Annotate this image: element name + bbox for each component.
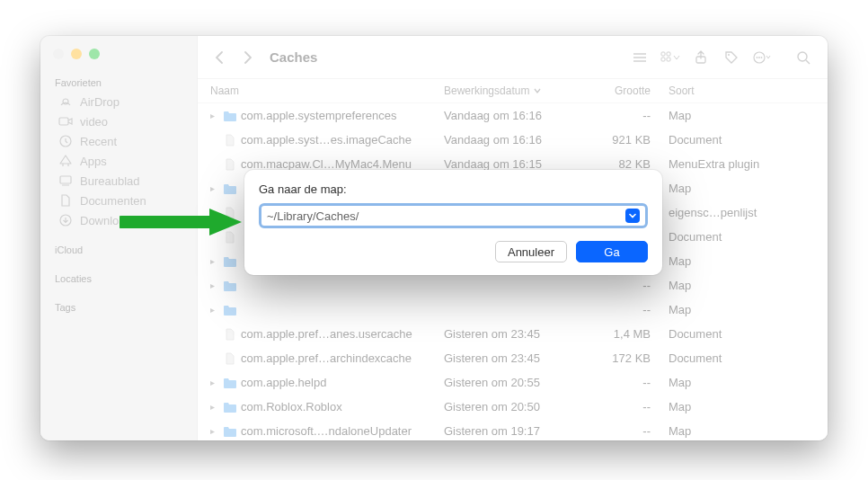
dropdown-toggle[interactable] <box>625 209 640 223</box>
back-button[interactable] <box>210 45 230 70</box>
sidebar: FavorietenAirDropvideoRecentAppsBureaubl… <box>40 36 198 440</box>
file-kind: Map <box>660 249 824 273</box>
file-kind: MenuExtra plugin <box>660 152 824 176</box>
cancel-button[interactable]: Annuleer <box>495 241 567 262</box>
svg-rect-13 <box>661 58 665 61</box>
file-icon <box>223 352 237 365</box>
file-row[interactable]: ▸--Map <box>198 273 828 298</box>
go-to-folder-dialog: Ga naar de map: Annuleer Ga <box>244 170 662 275</box>
disclosure-triangle-icon[interactable]: ▸ <box>210 280 219 290</box>
folder-icon <box>223 377 237 389</box>
folder-icon <box>223 401 237 413</box>
disclosure-triangle-icon[interactable]: ▸ <box>210 378 219 387</box>
folder-icon <box>223 425 237 438</box>
svg-rect-5 <box>60 176 71 183</box>
file-icon <box>223 231 237 244</box>
toolbar: Caches <box>198 36 828 79</box>
column-date[interactable]: Bewerkingsdatum <box>435 79 588 102</box>
view-options-button[interactable] <box>659 46 682 69</box>
file-row[interactable]: com.apple.syst…es.imageCacheVandaag om 1… <box>198 128 828 152</box>
dialog-buttons: Annuleer Ga <box>259 241 648 262</box>
svg-line-22 <box>806 60 810 64</box>
column-headers: Naam Bewerkingsdatum Grootte Soort <box>198 79 828 103</box>
svg-point-16 <box>728 54 730 56</box>
chevron-down-icon <box>628 211 637 220</box>
fullscreen-window-button[interactable] <box>89 49 100 59</box>
go-button[interactable]: Ga <box>576 241 648 262</box>
airdrop-icon <box>58 94 73 109</box>
sidebar-item[interactable]: AirDrop <box>40 92 197 111</box>
file-date: Gisteren om 23:45 <box>435 322 588 346</box>
view-list-button[interactable] <box>628 46 651 69</box>
video-icon <box>58 114 73 129</box>
sidebar-item-label: Recent <box>80 135 117 148</box>
tag-icon <box>724 50 739 65</box>
file-kind: Document <box>660 346 824 370</box>
file-name: com.microsoft.…ndaloneUpdater <box>241 424 412 438</box>
file-date: Vandaag om 16:16 <box>435 103 588 128</box>
file-kind: Map <box>660 273 824 298</box>
file-name: com.Roblox.Roblox <box>241 400 342 413</box>
file-size: -- <box>588 298 660 322</box>
file-date: Gisteren om 20:50 <box>435 395 588 419</box>
column-size[interactable]: Grootte <box>588 79 660 102</box>
sidebar-item[interactable]: video <box>40 111 197 131</box>
file-kind: Document <box>660 322 824 346</box>
sidebar-heading: Locaties <box>40 270 197 288</box>
file-size: 172 KB <box>588 346 660 370</box>
svg-rect-1 <box>59 118 68 125</box>
file-date: Gisteren om 19:17 <box>435 419 588 440</box>
search-button[interactable] <box>792 46 815 69</box>
file-icon <box>223 328 237 341</box>
disclosure-triangle-icon[interactable]: ▸ <box>210 402 219 412</box>
file-name: com.apple.pref…archindexcache <box>241 351 412 365</box>
sidebar-item[interactable]: Documenten <box>40 191 197 210</box>
tags-button[interactable] <box>720 46 743 69</box>
file-size: -- <box>588 419 660 440</box>
column-name[interactable]: Naam <box>201 79 435 102</box>
file-row[interactable]: com.apple.pref…archindexcacheGisteren om… <box>198 346 828 370</box>
actions-button[interactable] <box>750 46 774 69</box>
list-icon <box>632 51 648 64</box>
file-row[interactable]: ▸com.Roblox.RobloxGisteren om 20:50--Map <box>198 395 828 419</box>
file-kind: Map <box>660 395 824 419</box>
sidebar-item[interactable]: Bureaublad <box>40 171 197 191</box>
close-window-button[interactable] <box>53 49 64 59</box>
forward-button[interactable] <box>237 45 257 70</box>
file-row[interactable]: ▸com.microsoft.…ndaloneUpdaterGisteren o… <box>198 419 828 440</box>
svg-point-19 <box>758 57 760 58</box>
file-kind: Map <box>660 176 824 200</box>
file-name: com.apple.syst…es.imageCache <box>241 133 412 147</box>
disclosure-triangle-icon[interactable]: ▸ <box>210 183 219 193</box>
disclosure-triangle-icon[interactable]: ▸ <box>210 426 219 436</box>
column-kind[interactable]: Soort <box>660 79 824 102</box>
share-button[interactable] <box>689 46 713 69</box>
file-date: Gisteren om 20:55 <box>435 370 588 395</box>
path-input-wrapper[interactable] <box>259 203 648 228</box>
file-kind: Map <box>660 370 824 395</box>
folder-icon <box>223 110 237 122</box>
path-input[interactable] <box>267 209 625 223</box>
ellipsis-circle-icon <box>753 50 771 65</box>
sidebar-item[interactable]: Downloads <box>40 210 197 230</box>
file-size: 921 KB <box>588 128 660 152</box>
disclosure-triangle-icon[interactable]: ▸ <box>210 305 219 315</box>
file-row[interactable]: com.apple.pref…anes.usercacheGisteren om… <box>198 322 828 346</box>
file-row[interactable]: ▸com.apple.helpdGisteren om 20:55--Map <box>198 370 828 395</box>
file-kind: Document <box>660 225 824 249</box>
file-row[interactable]: ▸com.apple.systempreferencesVandaag om 1… <box>198 103 828 128</box>
minimize-window-button[interactable] <box>71 49 82 59</box>
sidebar-item-label: Documenten <box>80 194 146 208</box>
file-icon <box>223 207 237 219</box>
sidebar-heading: Favorieten <box>40 74 197 92</box>
file-row[interactable]: ▸--Map <box>198 298 828 322</box>
sidebar-item[interactable]: Recent <box>40 131 197 151</box>
file-kind: Document <box>660 128 824 152</box>
disclosure-triangle-icon[interactable]: ▸ <box>210 111 219 120</box>
folder-icon <box>223 280 237 292</box>
file-kind: eigensc…penlijst <box>660 200 824 225</box>
sidebar-item[interactable]: Apps <box>40 151 197 171</box>
disclosure-triangle-icon[interactable]: ▸ <box>210 256 219 266</box>
share-icon <box>694 50 708 65</box>
grid-dropdown-icon <box>660 51 680 64</box>
